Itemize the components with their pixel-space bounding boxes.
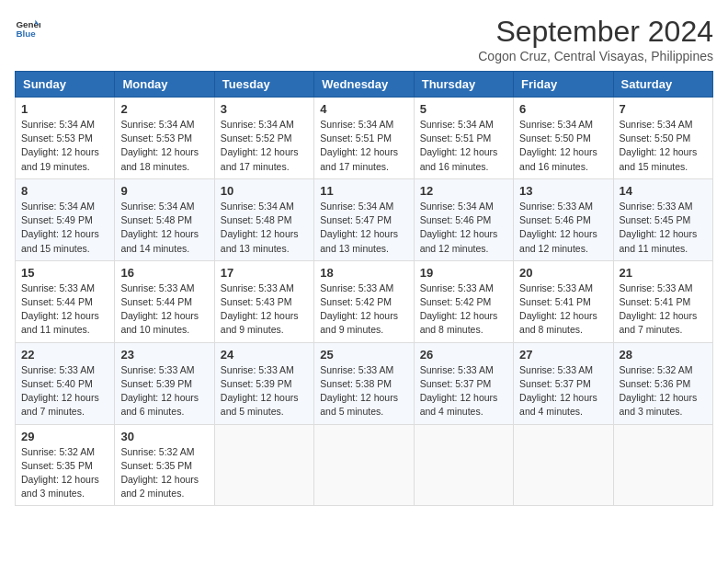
calendar-cell: 8Sunrise: 5:34 AM Sunset: 5:49 PM Daylig… [16,178,115,260]
day-number: 25 [320,348,407,362]
calendar-cell: 16Sunrise: 5:33 AM Sunset: 5:44 PM Dayli… [115,260,214,342]
calendar-cell: 12Sunrise: 5:34 AM Sunset: 5:46 PM Dayli… [414,178,513,260]
calendar-cell: 15Sunrise: 5:33 AM Sunset: 5:44 PM Dayli… [16,260,115,342]
calendar-cell: 4Sunrise: 5:34 AM Sunset: 5:51 PM Daylig… [314,98,414,179]
day-info: Sunrise: 5:33 AM Sunset: 5:46 PM Dayligh… [519,200,607,256]
day-number: 7 [620,102,707,116]
logo: General Blue [15,15,40,40]
calendar-cell: 26Sunrise: 5:33 AM Sunset: 5:37 PM Dayli… [414,342,513,424]
day-info: Sunrise: 5:34 AM Sunset: 5:53 PM Dayligh… [21,118,108,174]
day-number: 8 [21,184,108,198]
day-info: Sunrise: 5:33 AM Sunset: 5:38 PM Dayligh… [320,363,407,419]
calendar-cell: 3Sunrise: 5:34 AM Sunset: 5:52 PM Daylig… [214,98,313,179]
calendar-cell: 23Sunrise: 5:33 AM Sunset: 5:39 PM Dayli… [115,342,214,424]
day-info: Sunrise: 5:34 AM Sunset: 5:51 PM Dayligh… [320,118,407,174]
day-number: 13 [519,184,607,198]
day-info: Sunrise: 5:33 AM Sunset: 5:39 PM Dayligh… [120,363,208,419]
day-info: Sunrise: 5:33 AM Sunset: 5:45 PM Dayligh… [620,200,707,256]
day-number: 12 [420,184,507,198]
day-number: 21 [620,266,707,280]
day-info: Sunrise: 5:34 AM Sunset: 5:48 PM Dayligh… [120,200,208,256]
day-number: 16 [120,266,208,280]
calendar-cell: 20Sunrise: 5:33 AM Sunset: 5:41 PM Dayli… [514,260,613,342]
day-info: Sunrise: 5:33 AM Sunset: 5:41 PM Dayligh… [519,282,607,338]
calendar-cell: 9Sunrise: 5:34 AM Sunset: 5:48 PM Daylig… [115,178,214,260]
weekday-header-saturday: Saturday [613,72,712,98]
calendar-cell: 11Sunrise: 5:34 AM Sunset: 5:47 PM Dayli… [314,178,414,260]
weekday-header-monday: Monday [115,72,214,98]
day-number: 18 [320,266,407,280]
day-number: 23 [120,348,208,362]
day-info: Sunrise: 5:34 AM Sunset: 5:52 PM Dayligh… [221,118,308,174]
calendar-cell: 19Sunrise: 5:33 AM Sunset: 5:42 PM Dayli… [414,260,513,342]
day-number: 11 [320,184,407,198]
calendar-cell: 17Sunrise: 5:33 AM Sunset: 5:43 PM Dayli… [214,260,313,342]
day-info: Sunrise: 5:33 AM Sunset: 5:43 PM Dayligh… [221,282,308,338]
calendar-cell: 22Sunrise: 5:33 AM Sunset: 5:40 PM Dayli… [16,342,115,424]
month-title: September 2024 [478,15,713,49]
day-number: 5 [420,102,507,116]
day-info: Sunrise: 5:34 AM Sunset: 5:51 PM Dayligh… [420,118,507,174]
day-number: 29 [21,430,108,443]
calendar-cell: 10Sunrise: 5:34 AM Sunset: 5:48 PM Dayli… [214,178,313,260]
calendar-cell: 5Sunrise: 5:34 AM Sunset: 5:51 PM Daylig… [414,98,513,179]
page-header: General Blue September 2024 Cogon Cruz, … [15,15,713,63]
day-info: Sunrise: 5:33 AM Sunset: 5:37 PM Dayligh… [519,363,607,419]
calendar-week-3: 15Sunrise: 5:33 AM Sunset: 5:44 PM Dayli… [16,260,713,342]
weekday-header-thursday: Thursday [414,72,513,98]
calendar-cell: 30Sunrise: 5:32 AM Sunset: 5:35 PM Dayli… [115,424,214,506]
logo-icon: General Blue [15,15,40,40]
day-number: 24 [221,348,308,362]
day-number: 1 [21,102,108,116]
day-info: Sunrise: 5:34 AM Sunset: 5:49 PM Dayligh… [21,200,108,256]
day-number: 28 [620,348,707,362]
calendar-cell: 24Sunrise: 5:33 AM Sunset: 5:39 PM Dayli… [214,342,313,424]
day-info: Sunrise: 5:32 AM Sunset: 5:35 PM Dayligh… [21,445,108,501]
day-number: 27 [519,348,607,362]
day-number: 17 [221,266,308,280]
calendar-week-1: 1Sunrise: 5:34 AM Sunset: 5:53 PM Daylig… [16,98,713,179]
day-number: 14 [620,184,707,198]
title-block: September 2024 Cogon Cruz, Central Visay… [478,15,713,63]
day-info: Sunrise: 5:34 AM Sunset: 5:50 PM Dayligh… [519,118,607,174]
calendar-cell [514,424,613,506]
day-info: Sunrise: 5:34 AM Sunset: 5:46 PM Dayligh… [420,200,507,256]
day-info: Sunrise: 5:33 AM Sunset: 5:41 PM Dayligh… [620,282,707,338]
weekday-header-friday: Friday [514,72,613,98]
day-number: 9 [120,184,208,198]
day-number: 6 [519,102,607,116]
day-number: 26 [420,348,507,362]
calendar-week-2: 8Sunrise: 5:34 AM Sunset: 5:49 PM Daylig… [16,178,713,260]
day-number: 2 [120,102,208,116]
day-info: Sunrise: 5:34 AM Sunset: 5:48 PM Dayligh… [221,200,308,256]
weekday-header-row: SundayMondayTuesdayWednesdayThursdayFrid… [16,72,713,98]
day-number: 3 [221,102,308,116]
calendar-cell: 28Sunrise: 5:32 AM Sunset: 5:36 PM Dayli… [613,342,712,424]
day-info: Sunrise: 5:32 AM Sunset: 5:35 PM Dayligh… [120,445,208,501]
calendar-cell [414,424,513,506]
day-number: 19 [420,266,507,280]
calendar-cell: 27Sunrise: 5:33 AM Sunset: 5:37 PM Dayli… [514,342,613,424]
calendar-week-4: 22Sunrise: 5:33 AM Sunset: 5:40 PM Dayli… [16,342,713,424]
calendar-cell: 1Sunrise: 5:34 AM Sunset: 5:53 PM Daylig… [16,98,115,179]
day-info: Sunrise: 5:33 AM Sunset: 5:39 PM Dayligh… [221,363,308,419]
day-info: Sunrise: 5:33 AM Sunset: 5:42 PM Dayligh… [420,282,507,338]
weekday-header-tuesday: Tuesday [214,72,313,98]
day-info: Sunrise: 5:34 AM Sunset: 5:50 PM Dayligh… [620,118,707,174]
calendar-cell [314,424,414,506]
day-info: Sunrise: 5:32 AM Sunset: 5:36 PM Dayligh… [620,363,707,419]
calendar-cell: 18Sunrise: 5:33 AM Sunset: 5:42 PM Dayli… [314,260,414,342]
svg-text:Blue: Blue [16,29,36,39]
location: Cogon Cruz, Central Visayas, Philippines [478,49,713,63]
day-info: Sunrise: 5:33 AM Sunset: 5:44 PM Dayligh… [120,282,208,338]
day-number: 20 [519,266,607,280]
calendar-cell: 21Sunrise: 5:33 AM Sunset: 5:41 PM Dayli… [613,260,712,342]
calendar-body: 1Sunrise: 5:34 AM Sunset: 5:53 PM Daylig… [16,98,713,506]
day-number: 10 [221,184,308,198]
day-info: Sunrise: 5:34 AM Sunset: 5:47 PM Dayligh… [320,200,407,256]
day-info: Sunrise: 5:33 AM Sunset: 5:40 PM Dayligh… [21,363,108,419]
weekday-header-wednesday: Wednesday [314,72,414,98]
calendar-cell: 25Sunrise: 5:33 AM Sunset: 5:38 PM Dayli… [314,342,414,424]
day-info: Sunrise: 5:33 AM Sunset: 5:37 PM Dayligh… [420,363,507,419]
calendar-cell [214,424,313,506]
